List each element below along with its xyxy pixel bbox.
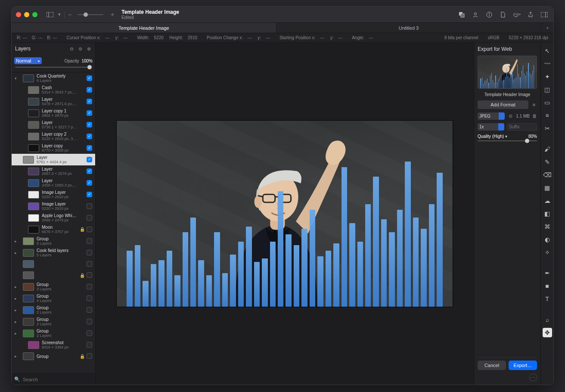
minimize-window[interactable] [24, 12, 29, 17]
erase-tool[interactable]: ⌫ [543, 170, 552, 180]
dodge-tool[interactable]: ◐ [543, 235, 552, 244]
quality-label[interactable]: Quality (High) ▾ [478, 134, 507, 139]
visibility-toggle[interactable] [87, 330, 93, 336]
layer-row[interactable]: Layer5761 × 4424.4 px [12, 154, 95, 165]
layer-row[interactable]: ▸Group3 Layers [12, 281, 95, 292]
visibility-toggle[interactable] [87, 122, 93, 128]
slice-tool[interactable]: ✂ [543, 124, 552, 133]
layer-row[interactable]: Layer5478 × 2871.6 px, 80%, Co… [12, 96, 95, 107]
layer-row[interactable]: Layer2458 × 1950.3 px, 34% [12, 177, 95, 189]
layers-add-icon[interactable]: ⊕ [86, 46, 92, 52]
visibility-toggle[interactable] [87, 342, 93, 348]
pen-tool[interactable]: ✒ [543, 268, 552, 278]
layer-row[interactable]: ▾Cook Quarterly6 Layers [12, 72, 95, 84]
layers-collapse-icon[interactable]: ⊖ [68, 46, 75, 52]
text-tool[interactable]: T [543, 294, 552, 304]
lasso-tool[interactable]: 〰 [543, 59, 552, 68]
disclosure-icon[interactable]: ▾ [13, 76, 18, 81]
layer-row[interactable]: ▸Group4 Layers [12, 292, 95, 304]
visibility-toggle[interactable] [87, 319, 93, 325]
visibility-toggle[interactable] [87, 284, 93, 290]
document-icon[interactable] [498, 10, 508, 19]
arrow-tool[interactable]: ↖ [543, 46, 552, 56]
disclosure-icon[interactable]: ▸ [13, 251, 18, 255]
layer-row[interactable]: 🔒 [12, 270, 95, 281]
document-tab[interactable]: Template Header Image [12, 23, 276, 33]
share-icon[interactable] [526, 10, 535, 19]
document-tab[interactable]: Untitled 3 [276, 23, 541, 33]
lock-icon[interactable]: 🔒 [80, 354, 84, 359]
export-settings-icon[interactable]: ⋯ [529, 373, 537, 381]
visibility-toggle[interactable] [87, 87, 93, 93]
visibility-toggle[interactable] [87, 353, 93, 359]
shape-tool[interactable]: ■ [543, 281, 552, 291]
sparkle-tool[interactable]: ✧ [543, 248, 552, 257]
layer-row[interactable]: Cash5314 × 3542.7 px, 12% [12, 84, 95, 96]
person-icon[interactable] [471, 10, 480, 19]
visibility-toggle[interactable] [87, 168, 93, 174]
layer-list[interactable]: ▾Cook Quarterly6 LayersCash5314 × 3542.7… [12, 72, 95, 373]
zoom-tool[interactable]: ⌕ [543, 315, 552, 324]
disclosure-icon[interactable]: ▸ [13, 285, 18, 289]
visibility-toggle[interactable] [87, 261, 93, 267]
add-format-button[interactable]: Add Format [478, 100, 528, 109]
no-icon[interactable]: ⊘ [507, 113, 513, 119]
new-tab-button[interactable]: ＋ [541, 23, 553, 33]
layer-row[interactable]: Moon6676 × 3757 px🔒 [12, 224, 95, 235]
export-button[interactable]: Export… [509, 361, 537, 370]
visibility-toggle[interactable] [87, 203, 93, 209]
hand-tool[interactable]: ✥ [543, 328, 552, 337]
fill-tool[interactable]: ▦ [543, 183, 552, 193]
visibility-toggle[interactable] [87, 227, 93, 233]
layer-row[interactable]: Layer5738.1 × 3227.7 px, 37%, L… [12, 119, 95, 131]
canvas-area[interactable] [96, 43, 474, 385]
panels-toggle-icon[interactable] [540, 10, 549, 19]
smudge-tool[interactable]: ☁ [543, 196, 552, 205]
canvas[interactable] [117, 121, 453, 307]
layer-row[interactable]: Image Layer5220 × 2910 px [12, 200, 95, 212]
layer-row[interactable]: Screenshot6016 × 3384 px [12, 339, 95, 351]
layer-row[interactable]: ▸Group🔒 [12, 351, 95, 362]
layer-row[interactable]: ▸Group2 Layers [12, 327, 95, 339]
gradient-tool[interactable]: ◧ [543, 209, 552, 218]
export-preview[interactable] [478, 56, 537, 89]
visibility-toggle[interactable] [87, 215, 93, 221]
dropdown-caret-icon[interactable]: ▾ [58, 12, 61, 17]
brush-tool[interactable]: 🖌 [543, 144, 552, 154]
align-tool[interactable]: ≡ [543, 111, 552, 120]
layers-filter-icon[interactable]: ⊚ [77, 46, 83, 52]
visibility-toggle[interactable] [87, 307, 93, 313]
layer-row[interactable]: Image Layer5220 × 2910 px [12, 189, 95, 200]
layer-row[interactable]: Layer copy 25220 × 2910 px, 31%, Ligh… [12, 131, 95, 142]
disclosure-icon[interactable]: ▸ [13, 320, 18, 324]
zoom-out-icon[interactable]: − [68, 11, 71, 18]
layer-row[interactable]: ▸Group2 Layers [12, 304, 95, 316]
disclosure-icon[interactable]: ▸ [13, 354, 18, 358]
clone-tool[interactable]: ⌘ [543, 222, 552, 231]
info-icon[interactable] [484, 10, 494, 19]
history-icon[interactable]: ▾ [512, 10, 522, 19]
layer-row[interactable]: ▸Cook field layers5 Layers [12, 247, 95, 258]
quality-slider[interactable] [478, 140, 537, 141]
visibility-toggle[interactable] [87, 296, 93, 302]
visibility-toggle[interactable] [87, 110, 93, 116]
disclosure-icon[interactable]: ▸ [13, 308, 18, 312]
layer-row[interactable]: ▸Group2 Layers [12, 316, 95, 327]
visibility-toggle[interactable] [87, 157, 93, 163]
layer-row[interactable]: ▸Group5 Layers [12, 235, 95, 247]
blend-mode-select[interactable]: Normal [14, 57, 42, 64]
format-select[interactable]: JPEG [478, 112, 505, 120]
layer-row[interactable]: Layer copy6770 × 3558 px [12, 142, 95, 154]
visibility-toggle[interactable] [87, 134, 93, 140]
layers-search-input[interactable] [23, 377, 93, 382]
zoom-slider[interactable] [78, 14, 103, 15]
visibility-toggle[interactable] [87, 250, 93, 256]
arrange-icon[interactable] [457, 10, 466, 19]
disclosure-icon[interactable]: ▸ [13, 239, 18, 243]
cancel-button[interactable]: Cancel [478, 361, 506, 370]
sidebar-toggle-icon[interactable] [45, 10, 55, 19]
suffix-field[interactable]: Suffix [507, 123, 537, 131]
visibility-toggle[interactable] [87, 192, 93, 198]
layer-row[interactable]: Apple Logo White T…2066 × 2478 px [12, 212, 95, 224]
lock-icon[interactable]: 🔒 [80, 227, 84, 232]
